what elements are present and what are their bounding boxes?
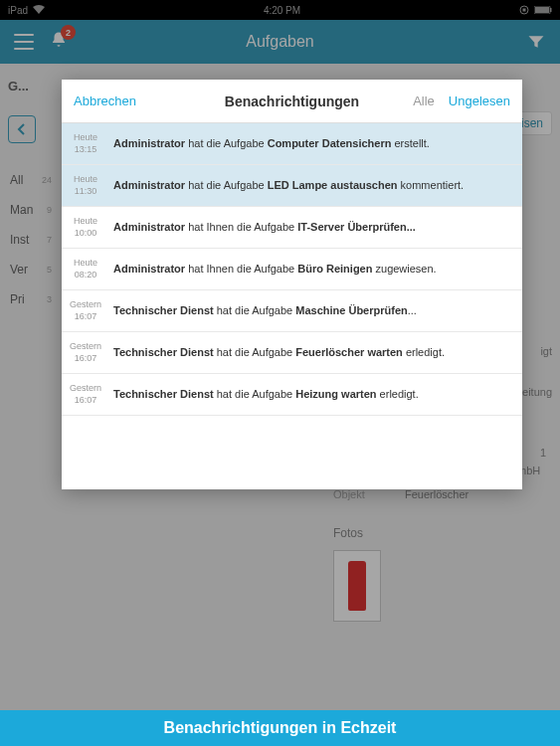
notification-time: Gestern16:07	[62, 383, 109, 406]
notification-text: Technischer Dienst hat die Aufgabe Heizu…	[109, 387, 522, 402]
notification-time: Heute10:00	[62, 216, 109, 239]
modal-header: Abbrechen Benachrichtigungen Alle Ungele…	[62, 80, 522, 123]
notification-item[interactable]: Heute08:20Administrator hat Ihnen die Au…	[62, 249, 522, 290]
notification-item[interactable]: Heute11:30Administrator hat die Aufgabe …	[62, 165, 522, 207]
notification-item[interactable]: Heute10:00Administrator hat Ihnen die Au…	[62, 207, 522, 249]
notification-item[interactable]: Gestern16:07Technischer Dienst hat die A…	[62, 374, 522, 416]
notification-time: Heute11:30	[62, 174, 109, 197]
notification-text: Administrator hat Ihnen die Aufgabe IT-S…	[109, 220, 522, 235]
notification-text: Technischer Dienst hat die Aufgabe Masch…	[109, 303, 522, 318]
notification-text: Administrator hat Ihnen die Aufgabe Büro…	[109, 262, 522, 277]
notification-time: Heute08:20	[62, 258, 109, 280]
notifications-modal: Abbrechen Benachrichtigungen Alle Ungele…	[62, 80, 522, 489]
notification-item[interactable]: Gestern16:07Technischer Dienst hat die A…	[62, 290, 522, 332]
cancel-button[interactable]: Abbrechen	[74, 93, 136, 108]
notification-list: Heute13:15Administrator hat die Aufgabe …	[62, 123, 522, 489]
notification-time: Gestern16:07	[62, 341, 109, 364]
notification-text: Administrator hat die Aufgabe LED Lampe …	[109, 178, 522, 193]
notification-text: Administrator hat die Aufgabe Computer D…	[109, 136, 522, 151]
filter-unread[interactable]: Ungelesen	[449, 93, 510, 108]
filter-all[interactable]: Alle	[413, 93, 435, 108]
notification-time: Gestern16:07	[62, 299, 109, 322]
modal-title: Benachrichtigungen	[225, 93, 359, 109]
notification-item[interactable]: Gestern16:07Technischer Dienst hat die A…	[62, 332, 522, 374]
bottom-banner: Benachrichtigungen in Echzeit	[0, 710, 560, 746]
notification-text: Technischer Dienst hat die Aufgabe Feuer…	[109, 345, 522, 360]
notification-time: Heute13:15	[62, 132, 109, 155]
notification-item[interactable]: Heute13:15Administrator hat die Aufgabe …	[62, 123, 522, 165]
